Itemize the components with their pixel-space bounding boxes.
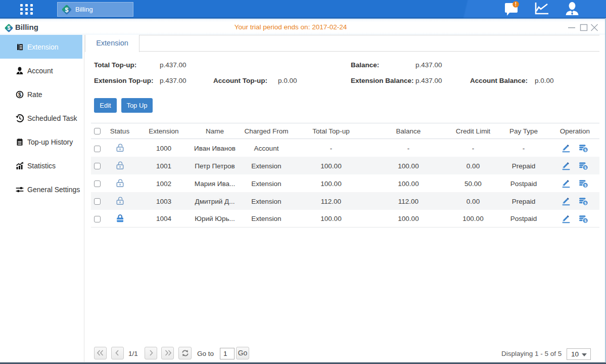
svg-text:$: $ — [584, 165, 587, 170]
svg-text:$: $ — [65, 6, 69, 13]
svg-text:!: ! — [515, 2, 517, 7]
svg-text:$: $ — [584, 183, 587, 188]
svg-text:$: $ — [584, 218, 587, 223]
svg-text:$: $ — [584, 148, 587, 152]
svg-text:$: $ — [18, 91, 21, 97]
svg-text:$: $ — [584, 201, 587, 205]
